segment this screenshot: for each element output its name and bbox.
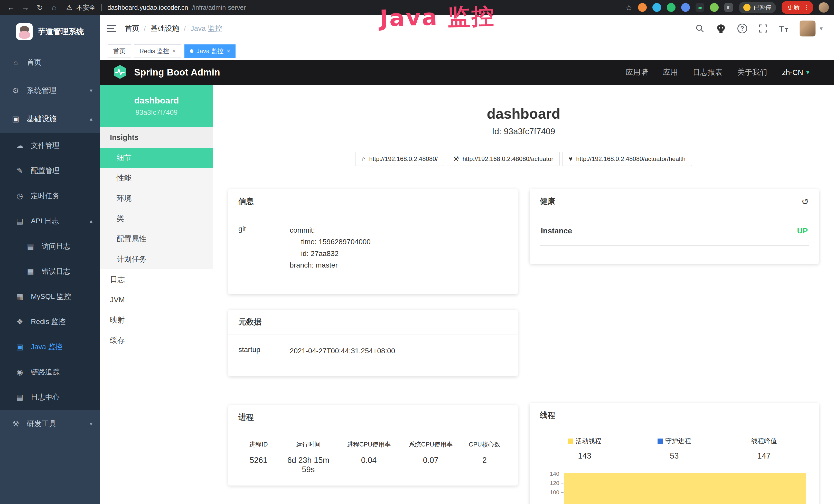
sidebar-item-api-log[interactable]: ▤ API 日志 ▴ bbox=[0, 208, 100, 234]
sidebar-item-mappings[interactable]: 映射 bbox=[100, 310, 213, 330]
browser-menu-dots-icon[interactable]: ⋮ bbox=[803, 4, 809, 11]
extension-icon-grid[interactable] bbox=[681, 3, 690, 12]
sidebar-item-caches[interactable]: 缓存 bbox=[100, 330, 213, 350]
breadcrumb-infrastructure[interactable]: 基础设施 bbox=[151, 24, 179, 33]
update-label: 更新 bbox=[787, 3, 799, 12]
info-card-body: git commit: time: 1596289704000 id: 27aa… bbox=[228, 214, 518, 291]
paused-label: 已暂停 bbox=[753, 4, 771, 12]
info-row-label: git bbox=[238, 224, 290, 279]
avatar-caret-icon[interactable]: ▾ bbox=[820, 25, 823, 32]
sidebar-item-access-log[interactable]: ▤ 访问日志 bbox=[0, 234, 100, 259]
sidebar-item-java-monitor[interactable]: ▣ Java 监控 bbox=[0, 334, 100, 360]
tab-home[interactable]: 首页 bbox=[108, 44, 131, 58]
sidebar-group-insights[interactable]: Insights bbox=[100, 127, 213, 147]
bookmark-star-icon[interactable]: ☆ bbox=[626, 3, 632, 12]
close-icon[interactable]: × bbox=[172, 47, 176, 55]
back-icon[interactable]: ← bbox=[5, 3, 17, 12]
paused-badge[interactable]: 已暂停 bbox=[739, 2, 776, 13]
tab-redis-monitor[interactable]: Redis 监控 × bbox=[134, 44, 181, 58]
help-icon[interactable]: ? bbox=[738, 24, 747, 33]
locale-selector[interactable]: zh-CN ▾ bbox=[782, 68, 809, 77]
actuator-url-link[interactable]: ⚒ http://192.168.0.2:48080/actuator bbox=[447, 152, 560, 166]
sba-nav-about[interactable]: 关于我们 bbox=[738, 67, 767, 77]
sidebar-item-trace[interactable]: ◉ 链路追踪 bbox=[0, 360, 100, 385]
sidebar-item-system-management[interactable]: ⚙ 系统管理 ▾ bbox=[0, 76, 100, 105]
sidebar-item-logs[interactable]: 日志 bbox=[100, 269, 213, 290]
app-logo-row[interactable]: 芋道管理系统 bbox=[0, 15, 100, 48]
extension-icon-blue-drop[interactable] bbox=[652, 3, 661, 12]
sidebar-item-details[interactable]: 细节 bbox=[100, 147, 213, 168]
sidebar-item-redis-monitor[interactable]: ❖ Redis 监控 bbox=[0, 309, 100, 334]
sidebar-item-mysql-monitor[interactable]: ▦ MySQL 监控 bbox=[0, 284, 100, 309]
cloud-icon: ☁ bbox=[15, 141, 25, 150]
sidebar-item-scheduled[interactable]: 计划任务 bbox=[100, 249, 213, 269]
sidebar-item-config-props[interactable]: 配置属性 bbox=[100, 229, 213, 249]
security-label[interactable]: 不安全 bbox=[76, 3, 95, 12]
close-icon[interactable]: × bbox=[226, 47, 230, 55]
chevron-up-icon: ▴ bbox=[90, 116, 92, 122]
browser-update-button[interactable]: 更新 ⋮ bbox=[782, 1, 813, 14]
instance-id-subtitle: Id: 93a3fc7f7409 bbox=[228, 127, 819, 136]
sidebar-item-config-management[interactable]: ✎ 配置管理 bbox=[0, 158, 100, 183]
sidebar-item-error-log[interactable]: ▤ 错误日志 bbox=[0, 259, 100, 284]
process-cpu-value: 0.04 bbox=[340, 456, 398, 465]
sidebar-item-file-management[interactable]: ☁ 文件管理 bbox=[0, 133, 100, 158]
search-icon[interactable] bbox=[695, 24, 705, 33]
extension-icon-leaf[interactable] bbox=[710, 3, 719, 12]
active-threads-swatch-icon bbox=[568, 438, 573, 444]
process-col-header: 进程ID bbox=[240, 440, 277, 449]
instance-header[interactable]: dashboard 93a3fc7f7409 bbox=[100, 85, 213, 127]
breadcrumb: 首页 / 基础设施 / Java 监控 bbox=[125, 24, 222, 33]
chevron-down-icon: ▾ bbox=[90, 87, 92, 94]
extensions-puzzle-icon[interactable]: ◧ bbox=[724, 3, 733, 12]
home-icon[interactable]: ⌂ bbox=[48, 3, 60, 12]
sidebar-item-environment[interactable]: 环境 bbox=[100, 188, 213, 208]
sidebar-item-dev-tools[interactable]: ⚒ 研发工具 ▾ bbox=[0, 410, 100, 438]
tab-java-monitor[interactable]: Java 监控 × bbox=[184, 44, 236, 58]
chart-plot-area bbox=[564, 469, 809, 504]
sidebar-item-label: 配置管理 bbox=[31, 166, 60, 176]
monitor-icon: ▦ bbox=[15, 292, 25, 301]
sba-nav-journal[interactable]: 日志报表 bbox=[693, 67, 723, 77]
extension-icon-green[interactable] bbox=[667, 3, 676, 12]
sidebar-item-label: Redis 监控 bbox=[31, 317, 66, 327]
metadata-row-value: 2021-04-27T00:44:31.254+08:00 bbox=[290, 345, 507, 365]
home-icon: ⌂ bbox=[11, 58, 21, 67]
address-bar[interactable]: ⚠ 不安全 dashboard.yudao.iocoder.cn/infra/a… bbox=[66, 3, 246, 12]
service-url-link[interactable]: ⌂ http://192.168.0.2:48080/ bbox=[355, 152, 444, 166]
user-avatar[interactable] bbox=[799, 21, 815, 37]
browser-profile-avatar[interactable] bbox=[818, 2, 829, 13]
tab-label: Java 监控 bbox=[197, 47, 223, 55]
menu-toggle-icon[interactable] bbox=[107, 25, 116, 32]
font-size-icon[interactable]: T T bbox=[779, 24, 788, 33]
history-icon[interactable]: ↺ bbox=[802, 197, 809, 207]
sidebar-item-log-center[interactable]: ▤ 日志中心 bbox=[0, 385, 100, 410]
sidebar-item-label: 基础设施 bbox=[27, 114, 57, 124]
health-url-link[interactable]: ♥ http://192.168.0.2:48080/actuator/heal… bbox=[562, 152, 692, 166]
breadcrumb-home[interactable]: 首页 bbox=[125, 24, 139, 33]
y-tick-label: 100 bbox=[550, 489, 559, 496]
sidebar-item-classes[interactable]: 类 bbox=[100, 208, 213, 229]
extension-icon-switch-on[interactable]: on bbox=[696, 3, 704, 12]
sba-nav-applications[interactable]: 应用 bbox=[663, 67, 678, 77]
sidebar-item-jvm[interactable]: JVM bbox=[100, 290, 213, 310]
git-commit-line: commit: bbox=[290, 224, 507, 236]
reload-icon[interactable]: ↻ bbox=[34, 3, 46, 12]
sba-nav-wallboard[interactable]: 应用墙 bbox=[626, 67, 648, 77]
chevron-down-icon: ▾ bbox=[806, 69, 809, 76]
sidebar-item-performance[interactable]: 性能 bbox=[100, 168, 213, 188]
health-instance-row[interactable]: Instance UP bbox=[540, 224, 809, 246]
sidebar-item-label: 访问日志 bbox=[42, 241, 70, 251]
sba-brand-title[interactable]: Spring Boot Admin bbox=[134, 67, 220, 78]
github-icon[interactable] bbox=[716, 24, 726, 33]
eye-icon: ◉ bbox=[15, 368, 25, 376]
sidebar-item-infrastructure[interactable]: ▣ 基础设施 ▴ bbox=[0, 105, 100, 133]
sidebar-item-scheduled-tasks[interactable]: ◷ 定时任务 bbox=[0, 183, 100, 208]
forward-icon[interactable]: → bbox=[20, 3, 31, 12]
breadcrumb-separator: / bbox=[144, 24, 146, 32]
extension-icon-orange[interactable] bbox=[638, 3, 647, 12]
chart-y-axis: 140 120 100 bbox=[540, 469, 564, 504]
header-icon-group: ? T T ▾ bbox=[695, 21, 823, 37]
fullscreen-icon[interactable] bbox=[759, 24, 768, 33]
sidebar-item-home[interactable]: ⌂ 首页 bbox=[0, 48, 100, 76]
